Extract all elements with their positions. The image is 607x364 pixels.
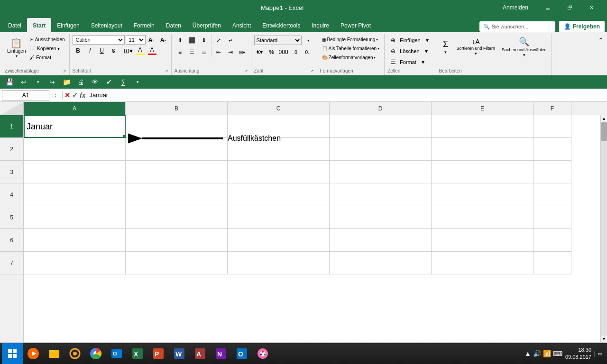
ausrichtung-expand[interactable]: ↗ <box>244 69 248 73</box>
taskbar-app-outlook[interactable]: O <box>106 343 127 364</box>
cell-e1[interactable] <box>432 115 533 138</box>
decimal-more-button[interactable]: .0 <box>290 47 301 57</box>
taskbar-app-excel[interactable]: X <box>127 343 148 364</box>
taskbar-app-word[interactable]: W <box>169 343 190 364</box>
schriftart-expand[interactable]: ↗ <box>165 69 168 73</box>
align-center-button[interactable]: ☰ <box>186 47 198 57</box>
row-number-2[interactable]: 2 <box>0 138 23 161</box>
paste-button[interactable]: 📋 Einfügen ▾ <box>5 35 28 62</box>
taskbar-app-tools[interactable] <box>64 343 85 364</box>
cell-c2[interactable] <box>228 138 330 161</box>
cell-d6[interactable] <box>330 229 432 252</box>
cancel-formula-button[interactable]: ✕ <box>64 91 70 99</box>
align-right-button[interactable]: ≣ <box>198 47 210 57</box>
cell-d7[interactable] <box>330 252 432 274</box>
row-number-5[interactable]: 5 <box>0 206 23 229</box>
italic-button[interactable]: I <box>84 46 96 56</box>
cell-c3[interactable] <box>228 161 330 183</box>
cell-d5[interactable] <box>330 206 432 229</box>
tab-daten[interactable]: Daten <box>160 18 187 32</box>
merge-button[interactable]: ⊞▾ <box>237 47 248 57</box>
taskbar-app-access[interactable]: A <box>190 343 211 364</box>
print-qat-button[interactable]: 🖨 <box>75 76 86 88</box>
cell-f1[interactable] <box>533 115 571 138</box>
top-align-button[interactable]: ⬆ <box>175 35 186 46</box>
tab-datei[interactable]: Datei <box>2 18 27 32</box>
zellen-loeschen-dropdown[interactable]: ▾ <box>421 46 432 56</box>
cell-e2[interactable] <box>432 138 533 161</box>
taskbar-app-explorer[interactable] <box>44 343 64 364</box>
cell-b7[interactable] <box>126 252 228 274</box>
qat-dropdown-button[interactable]: ▾ <box>132 76 143 88</box>
corner-cell[interactable] <box>0 102 24 115</box>
cell-a3[interactable] <box>24 161 126 183</box>
col-header-f[interactable]: F <box>533 102 571 115</box>
save-qat-button[interactable]: 💾 <box>4 76 15 88</box>
cell-f4[interactable] <box>533 183 571 206</box>
col-header-a[interactable]: A <box>24 102 126 115</box>
vertical-scrollbar[interactable]: ▲ ▼ <box>600 115 607 342</box>
cell-c4[interactable] <box>228 183 330 206</box>
confirm-formula-button[interactable]: ✓ <box>72 91 78 99</box>
start-button[interactable] <box>2 343 23 364</box>
cell-b6[interactable] <box>126 229 228 252</box>
show-desktop-button[interactable]: ▭ <box>594 351 602 357</box>
zwischenablage-expand[interactable]: ↗ <box>63 69 66 73</box>
close-button[interactable]: ✕ <box>580 0 602 15</box>
cell-b3[interactable] <box>126 161 228 183</box>
formula-bar-menu-icon[interactable]: ⋮ <box>53 92 58 98</box>
cell-d4[interactable] <box>330 183 432 206</box>
cut-button[interactable]: ✂ Ausschneiden <box>28 35 66 44</box>
cell-e5[interactable] <box>432 206 533 229</box>
cell-e3[interactable] <box>432 161 533 183</box>
redo-qat-button[interactable]: ↪ <box>46 76 58 88</box>
cell-b2[interactable] <box>126 138 228 161</box>
col-header-d[interactable]: D <box>330 102 432 115</box>
cell-d3[interactable] <box>330 161 432 183</box>
als-tabelle-button[interactable]: 📋 Als Tabelle formatieren ▾ <box>320 44 382 53</box>
cell-c5[interactable] <box>228 206 330 229</box>
open-qat-button[interactable]: 📁 <box>61 76 72 88</box>
font-select[interactable]: Calibri <box>73 35 125 45</box>
middle-align-button[interactable]: ⬛ <box>186 35 198 46</box>
fill-color-button[interactable]: A <box>135 46 146 56</box>
zellen-einfuegen-dropdown[interactable]: ▾ <box>422 35 433 46</box>
row-number-3[interactable]: 3 <box>0 161 23 183</box>
font-color-button[interactable]: A <box>147 46 158 56</box>
align-left-button[interactable]: ≡ <box>175 47 186 57</box>
cell-f7[interactable] <box>533 252 571 274</box>
zellen-format-dropdown[interactable]: ▾ <box>417 57 429 67</box>
undo-dropdown-button[interactable]: ▾ <box>32 76 44 88</box>
underline-button[interactable]: U <box>96 46 108 56</box>
bottom-align-button[interactable]: ⬇ <box>198 35 210 46</box>
keyboard-icon[interactable]: ⌨ <box>553 350 562 357</box>
tab-seitenlayout[interactable]: Seitenlayout <box>85 18 128 32</box>
cell-d1[interactable] <box>330 115 432 138</box>
decimal-less-button[interactable]: 0. <box>302 47 313 57</box>
taskbar-app-media[interactable] <box>23 343 44 364</box>
cell-e6[interactable] <box>432 229 533 252</box>
percent-button[interactable]: % <box>266 47 277 57</box>
name-box[interactable] <box>2 90 49 100</box>
sortieren-button[interactable]: ↕A Sortieren und Filtern ▾ <box>454 35 498 59</box>
time-display[interactable]: 18:30 09.08.2017 <box>565 346 591 361</box>
freigeben-button[interactable]: 👤 Freigeben <box>559 21 605 32</box>
cell-a4[interactable] <box>24 183 126 206</box>
tab-ueberprufen[interactable]: Überprüfen <box>187 18 227 32</box>
tab-entwicklertools[interactable]: Entwicklertools <box>257 18 306 32</box>
cell-b1[interactable] <box>126 115 228 138</box>
tab-formeln[interactable]: Formeln <box>128 18 160 32</box>
cell-a1[interactable]: Januar <box>24 115 126 138</box>
font-size-select[interactable]: 11 <box>126 35 146 45</box>
cell-f6[interactable] <box>533 229 571 252</box>
thousand-button[interactable]: 000 <box>278 47 289 57</box>
cell-a2[interactable] <box>24 138 126 161</box>
tray-up-icon[interactable]: ▲ <box>524 350 531 357</box>
restore-button[interactable]: 🗗 <box>559 0 580 15</box>
row-number-6[interactable]: 6 <box>0 229 23 252</box>
cell-b4[interactable] <box>126 183 228 206</box>
search-box[interactable]: 🔍 Sie wünschen... <box>479 21 555 32</box>
tab-inquire[interactable]: Inquire <box>306 18 335 32</box>
number-format-expand[interactable]: ▾ <box>303 35 314 46</box>
row-number-1[interactable]: 1 <box>0 115 23 138</box>
